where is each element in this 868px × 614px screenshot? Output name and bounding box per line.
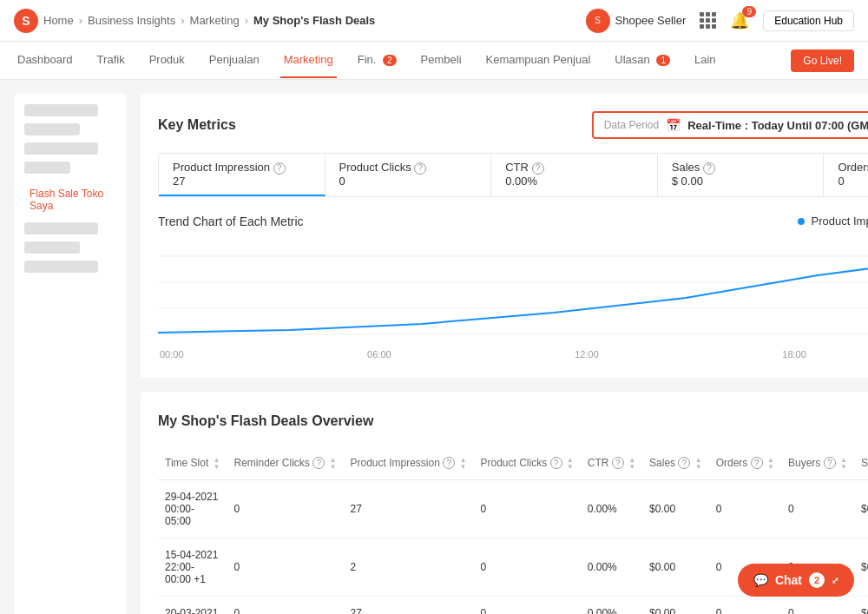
cell-time-slot-1: 15-04-2021 22:00-00:00 +1 (158, 538, 227, 596)
tab-penjualan[interactable]: Penjualan (206, 43, 263, 78)
metric-sales-label: Sales ? (672, 161, 810, 175)
cell-reminder-2: 0 (227, 596, 344, 614)
col-buyers-info-icon[interactable]: ? (824, 457, 836, 469)
sidebar-blur-3 (24, 142, 98, 155)
key-metrics-header: Key Metrics Data Period 📅 Real-Time : To… (158, 111, 868, 139)
tab-ulasan[interactable]: Ulasan 1 (611, 43, 674, 78)
chat-button[interactable]: 💬 Chat 2 ⤢ (738, 564, 854, 597)
go-live-button[interactable]: Go Live! (791, 50, 854, 72)
cell-spb-1: $0.00 (854, 538, 868, 596)
cell-orders-0: 0 (709, 479, 781, 538)
calendar-icon: 📅 (666, 118, 681, 132)
cell-time-slot-2: 20-03-2021 (158, 596, 227, 614)
seller-icon: S (586, 9, 610, 33)
seller-label: Shopee Seller (615, 14, 687, 27)
main-content: Key Metrics Data Period 📅 Real-Time : To… (141, 94, 868, 614)
metric-orders-value: 0 (838, 175, 868, 188)
data-period-box[interactable]: Data Period 📅 Real-Time : Today Until 07… (592, 111, 868, 139)
col-ctr: CTR ? ▲▼ (581, 448, 642, 480)
chat-expand-icon: ⤢ (832, 576, 838, 585)
overview-title: My Shop's Flash Deals Overview (158, 413, 373, 429)
cell-ctr-2: 0.00% (581, 596, 642, 614)
col-sales: Sales ? ▲▼ (642, 448, 709, 480)
xaxis-2: 12:00 (575, 349, 599, 360)
notification-badge: 9 (742, 6, 756, 17)
metric-clicks-value: 0 (339, 175, 477, 188)
shopee-logo: S (14, 9, 38, 33)
grid-menu-icon[interactable] (700, 12, 716, 29)
col-product-impression: Product Impression ? ▲▼ (343, 448, 473, 480)
col-sales-info-icon[interactable]: ? (678, 457, 690, 469)
xaxis-1: 06:00 (367, 349, 391, 360)
cell-sales-0: $0.00 (642, 479, 709, 538)
col-orders-info-icon[interactable]: ? (751, 457, 763, 469)
cell-reminder-0: 0 (227, 479, 344, 538)
seller-info[interactable]: S Shopee Seller (586, 9, 687, 33)
metric-sales-info-icon[interactable]: ? (703, 162, 715, 175)
cell-spb-2: $0.00 (854, 596, 868, 614)
tab-marketing[interactable]: Marketing (280, 43, 337, 78)
tab-ulasan-badge: 1 (656, 55, 670, 66)
tab-pembeli[interactable]: Pembeli (418, 43, 465, 78)
data-period-value: Real-Time : Today Until 07:00 (GMT+8) (687, 119, 868, 132)
cell-clicks-1: 0 (473, 538, 580, 596)
metric-clicks-label: Product Clicks ? (339, 161, 477, 175)
metric-ctr-value: 0.00% (505, 175, 643, 188)
key-metrics-card: Key Metrics Data Period 📅 Real-Time : To… (141, 94, 868, 378)
col-reminder-info-icon[interactable]: ? (312, 457, 325, 469)
data-period-label: Data Period (604, 119, 659, 131)
sidebar-blur-7 (24, 261, 98, 273)
sidebar-blur-2 (24, 123, 80, 135)
breadcrumb-marketing[interactable]: Marketing (190, 14, 240, 27)
sidebar-blur-4 (24, 162, 70, 174)
cell-ctr-1: 0.00% (581, 538, 642, 596)
chat-badge: 2 (809, 572, 825, 588)
metric-ctr-label: CTR ? (505, 161, 643, 175)
metric-impression-info-icon[interactable]: ? (273, 162, 286, 175)
col-impression-info-icon[interactable]: ? (443, 457, 455, 469)
education-hub-button[interactable]: Education Hub (763, 10, 854, 31)
breadcrumb: S Home › Business Insights › Marketing ›… (14, 9, 375, 33)
col-ctr-info-icon[interactable]: ? (612, 457, 624, 469)
tab-dashboard[interactable]: Dashboard (14, 43, 76, 78)
tab-lain[interactable]: Lain (691, 43, 720, 78)
sidebar: Flash Sale Toko Saya (14, 94, 127, 614)
metric-impression-value: 27 (173, 175, 311, 188)
xaxis-0: 00:00 (160, 349, 184, 360)
breadcrumb-current: My Shop's Flash Deals (253, 14, 375, 27)
cell-time-slot-0: 29-04-2021 00:00-05:00 (158, 479, 227, 538)
cell-sales-2: $0.00 (642, 596, 709, 614)
col-sales-per-buyer: Sales Per Buyer ? ▲▼ (854, 448, 868, 480)
tab-trafik[interactable]: Trafik (94, 43, 128, 78)
tab-produk[interactable]: Produk (146, 43, 188, 78)
legend-dot (798, 218, 805, 225)
metric-cell-impression[interactable]: Product Impression ? 27 (159, 154, 326, 196)
breadcrumb-business-insights[interactable]: Business Insights (88, 14, 175, 27)
cell-ctr-0: 0.00% (581, 479, 642, 538)
tab-fin[interactable]: Fin. 2 (354, 43, 400, 78)
overview-header: My Shop's Flash Deals Overview ⬇ Export … (158, 409, 868, 434)
col-clicks-info-icon[interactable]: ? (550, 457, 562, 469)
metric-clicks-info-icon[interactable]: ? (414, 162, 426, 175)
metrics-row: Product Impression ? 27 Product Clicks ?… (158, 153, 868, 197)
metric-cell-clicks[interactable]: Product Clicks ? 0 (326, 154, 492, 196)
table-row: 20-03-2021 0 27 0 0.00% $0.00 0 0 $0.00 … (158, 596, 868, 614)
cell-sales-1: $0.00 (642, 538, 709, 596)
sidebar-item-flash-deals[interactable]: Flash Sale Toko Saya (24, 181, 116, 219)
key-metrics-title: Key Metrics (158, 117, 236, 133)
col-buyers: Buyers ? ▲▼ (781, 448, 854, 480)
table-header-row: Time Slot ▲▼ Reminder Clicks ? ▲▼ Produc… (158, 448, 868, 480)
metric-ctr-info-icon[interactable]: ? (532, 162, 544, 175)
chart-title: Trend Chart of Each Metric (158, 215, 304, 228)
metric-cell-ctr[interactable]: CTR ? 0.00% (491, 154, 658, 196)
breadcrumb-sep-2: › (181, 14, 184, 27)
tab-kemampuan[interactable]: Kemampuan Penjual (483, 43, 595, 78)
notification-bell-icon[interactable]: 🔔 9 (730, 11, 749, 30)
breadcrumb-home[interactable]: Home (43, 14, 74, 27)
metric-cell-sales[interactable]: Sales ? $ 0.00 (658, 154, 825, 196)
sidebar-blur-1 (24, 104, 98, 116)
metric-cell-orders[interactable]: Orders ? 0 (824, 154, 868, 196)
cell-impression-1: 2 (343, 538, 473, 596)
col-product-clicks: Product Clicks ? ▲▼ (473, 448, 580, 480)
chart-header: Trend Chart of Each Metric Product Impre… (158, 215, 868, 228)
